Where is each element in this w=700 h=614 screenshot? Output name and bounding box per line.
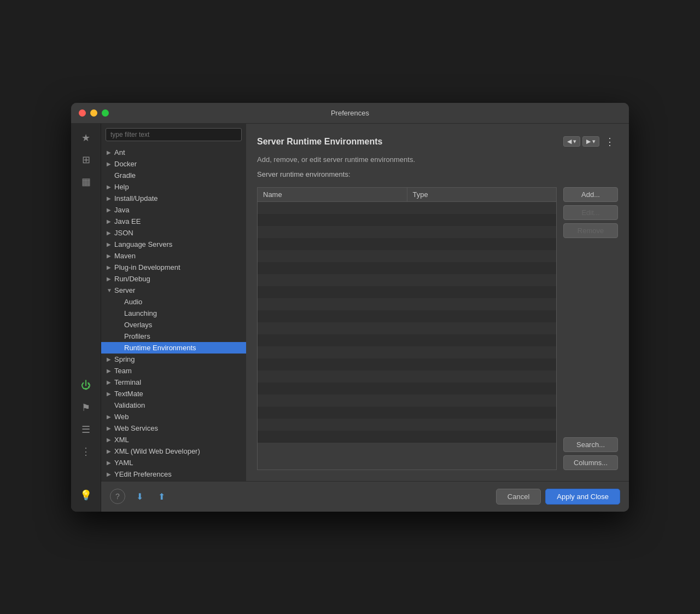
ide-icon-grid[interactable]: ⊞ bbox=[76, 150, 96, 170]
tree-item-json[interactable]: ▶JSON bbox=[101, 227, 246, 239]
table-row bbox=[258, 370, 556, 383]
tree-arrow-json: ▶ bbox=[107, 230, 112, 236]
ide-icon-flag[interactable]: ⚑ bbox=[76, 398, 96, 418]
tree-label-server-runtime-environments: Runtime Environments bbox=[124, 344, 196, 352]
tree-label-server-overlays: Overlays bbox=[124, 321, 152, 329]
ide-icon-bulb[interactable]: 💡 bbox=[76, 485, 96, 505]
table-row bbox=[258, 358, 556, 370]
titlebar: Preferences bbox=[71, 103, 629, 124]
tree-item-team[interactable]: ▶Team bbox=[101, 365, 246, 376]
tree-item-java[interactable]: ▶Java bbox=[101, 204, 246, 216]
tree-label-yaml: YAML bbox=[114, 459, 133, 467]
export-icon[interactable]: ⬆ bbox=[154, 489, 169, 504]
tree-arrow-xml-wild: ▶ bbox=[107, 448, 112, 454]
tree-arrow-server: ▼ bbox=[107, 287, 112, 293]
tree-arrow-java-ee: ▶ bbox=[107, 218, 112, 224]
ide-icon-bookmark[interactable]: ★ bbox=[76, 128, 96, 148]
apply-close-button[interactable]: Apply and Close bbox=[545, 489, 620, 505]
tree-item-server-runtime-environments[interactable]: Runtime Environments bbox=[101, 342, 246, 354]
close-button[interactable] bbox=[79, 109, 86, 117]
maximize-button[interactable] bbox=[102, 109, 109, 117]
tree-item-docker[interactable]: ▶Docker bbox=[101, 158, 246, 170]
tree-label-json: JSON bbox=[114, 229, 133, 237]
tree-arrow-yaml: ▶ bbox=[107, 460, 112, 466]
tree-item-validation[interactable]: Validation bbox=[101, 399, 246, 411]
ide-sidebar: ★ ⊞ ▦ ⏻ ⚑ ☰ ⋮ 💡 bbox=[71, 124, 101, 512]
tree-item-textmate[interactable]: ▶TextMate bbox=[101, 388, 246, 399]
tree-label-plugin-development: Plug-in Development bbox=[114, 263, 180, 271]
add-button[interactable]: Add... bbox=[563, 187, 618, 202]
tree-label-validation: Validation bbox=[114, 401, 145, 409]
table-row bbox=[258, 226, 556, 238]
tree-item-java-ee[interactable]: ▶Java EE bbox=[101, 216, 246, 227]
tree-item-web-services[interactable]: ▶Web Services bbox=[101, 422, 246, 434]
forward-button[interactable]: ▶ ▾ bbox=[582, 136, 599, 147]
table-row bbox=[258, 286, 556, 298]
ide-icon-panel[interactable]: ▦ bbox=[76, 172, 96, 192]
tree-arrow-help: ▶ bbox=[107, 184, 112, 190]
tree-label-server-profilers: Profilers bbox=[124, 332, 150, 340]
tree-item-maven[interactable]: ▶Maven bbox=[101, 250, 246, 262]
table-header: Name Type bbox=[258, 188, 556, 202]
panel-header: Server Runtime Environments ◀ ▾ ▶ ▾ ⋮ bbox=[257, 135, 618, 149]
table-row bbox=[258, 298, 556, 310]
back-button[interactable]: ◀ ▾ bbox=[563, 136, 580, 147]
help-icon[interactable]: ? bbox=[110, 489, 125, 504]
right-panel: Server Runtime Environments ◀ ▾ ▶ ▾ ⋮ Ad… bbox=[246, 124, 629, 481]
tree-item-server-audio[interactable]: Audio bbox=[101, 296, 246, 308]
tree-item-gradle[interactable]: Gradle bbox=[101, 170, 246, 181]
col-name: Name bbox=[258, 188, 407, 201]
table-row bbox=[258, 346, 556, 358]
tree-item-language-servers[interactable]: ▶Language Servers bbox=[101, 239, 246, 250]
tree-item-help[interactable]: ▶Help bbox=[101, 181, 246, 193]
dialog-footer: ? ⬇ ⬆ Cancel Apply and Close bbox=[101, 481, 629, 512]
tree-label-docker: Docker bbox=[114, 160, 137, 168]
tree-item-terminal[interactable]: ▶Terminal bbox=[101, 376, 246, 388]
tree-arrow-maven: ▶ bbox=[107, 253, 112, 259]
import-icon[interactable]: ⬇ bbox=[132, 489, 147, 504]
tree-item-yaml[interactable]: ▶YAML bbox=[101, 457, 246, 468]
tree-arrow-yedit: ▶ bbox=[107, 471, 112, 477]
content-area: Name Type bbox=[257, 187, 618, 470]
preferences-window: Preferences ★ ⊞ ▦ ⏻ ⚑ ☰ ⋮ 💡 ▶Ant▶ bbox=[71, 103, 629, 512]
tree-item-web[interactable]: ▶Web bbox=[101, 411, 246, 422]
table-row bbox=[258, 214, 556, 226]
tree-label-server: Server bbox=[114, 286, 135, 294]
tree-arrow-language-servers: ▶ bbox=[107, 241, 112, 247]
table-body bbox=[258, 202, 556, 470]
tree-item-install-update[interactable]: ▶Install/Update bbox=[101, 193, 246, 204]
remove-button[interactable]: Remove bbox=[563, 223, 618, 238]
tree-item-server-launching[interactable]: Launching bbox=[101, 308, 246, 319]
tree-item-run-debug[interactable]: ▶Run/Debug bbox=[101, 273, 246, 285]
ide-icon-more[interactable]: ⋮ bbox=[76, 442, 96, 461]
traffic-lights bbox=[79, 109, 109, 117]
tree-item-xml[interactable]: ▶XML bbox=[101, 434, 246, 445]
tree-arrow-spring: ▶ bbox=[107, 356, 112, 362]
tree-item-yedit[interactable]: ▶YEdit Preferences bbox=[101, 468, 246, 480]
tree-arrow-java: ▶ bbox=[107, 207, 112, 213]
search-button[interactable]: Search... bbox=[563, 437, 618, 452]
panel-subtitle: Server runtime environments: bbox=[257, 170, 618, 178]
tree-item-xml-wild[interactable]: ▶XML (Wild Web Developer) bbox=[101, 445, 246, 457]
ide-icon-power[interactable]: ⏻ bbox=[76, 376, 96, 396]
action-buttons: Add... Edit... Remove Search... Columns.… bbox=[563, 187, 618, 470]
tree-item-ant[interactable]: ▶Ant bbox=[101, 147, 246, 158]
footer-right: Cancel Apply and Close bbox=[496, 489, 620, 505]
columns-button[interactable]: Columns... bbox=[563, 455, 618, 470]
tree-item-spring[interactable]: ▶Spring bbox=[101, 354, 246, 365]
tree-label-run-debug: Run/Debug bbox=[114, 275, 150, 283]
tree-item-server-profilers[interactable]: Profilers bbox=[101, 331, 246, 342]
tree-arrow-textmate: ▶ bbox=[107, 391, 112, 397]
tree-item-plugin-development[interactable]: ▶Plug-in Development bbox=[101, 262, 246, 273]
more-options-button[interactable]: ⋮ bbox=[602, 135, 618, 149]
tree-label-xml: XML bbox=[114, 436, 129, 444]
tree-item-server-overlays[interactable]: Overlays bbox=[101, 319, 246, 331]
filter-input[interactable] bbox=[106, 128, 242, 141]
minimize-button[interactable] bbox=[90, 109, 97, 117]
cancel-button[interactable]: Cancel bbox=[496, 489, 541, 505]
edit-button[interactable]: Edit... bbox=[563, 205, 618, 220]
panel-description: Add, remove, or edit server runtime envi… bbox=[257, 155, 618, 164]
ide-icon-list[interactable]: ☰ bbox=[76, 420, 96, 439]
table-row bbox=[258, 334, 556, 346]
tree-item-server[interactable]: ▼Server bbox=[101, 285, 246, 296]
